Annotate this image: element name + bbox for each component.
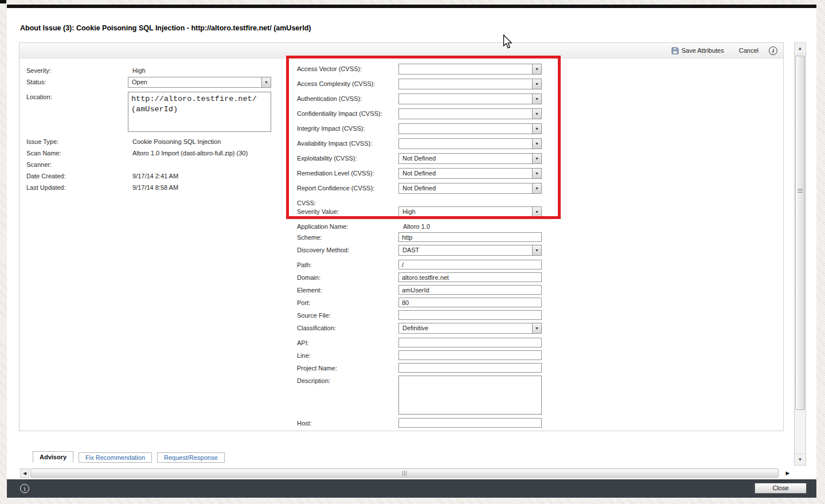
access-vector-cvss-label: Access Vector (CVSS): — [297, 64, 398, 72]
chevron-down-icon[interactable]: ▼ — [532, 108, 542, 119]
tab-request-response[interactable]: Request/Response — [157, 452, 225, 463]
project-name-label: Project Name: — [297, 363, 398, 372]
report-confidence-cvss-selected-value: Not Defined — [399, 183, 532, 193]
confidentiality-impact-cvss-label: Confidentiality Impact (CVSS): — [297, 108, 398, 117]
availability-impact-cvss-label: Availability Impact (CVSS): — [297, 138, 398, 147]
status-select[interactable]: Open▼ — [128, 77, 271, 88]
issue-summary-fields: Severity:HighStatus:Open▼Location:http:/… — [26, 65, 287, 194]
close-button[interactable]: Close — [754, 483, 807, 494]
confidentiality-impact-cvss-selected-value — [399, 109, 532, 119]
port-input[interactable] — [398, 298, 542, 307]
location-textarea[interactable]: http://altoro.testfire.net/ (amUserId) — [128, 92, 271, 132]
api-input[interactable] — [398, 338, 542, 347]
chevron-down-icon[interactable]: ▼ — [532, 168, 542, 179]
chevron-down-icon[interactable]: ▼ — [532, 138, 542, 149]
severity-value-label: Severity Value: — [297, 206, 398, 215]
about-issue-dialog: About Issue (3): Cookie Poisoning SQL In… — [7, 5, 816, 494]
classification-label: Classification: — [297, 323, 398, 331]
chevron-down-icon[interactable]: ▼ — [532, 153, 542, 164]
chevron-left-icon[interactable]: ◀ — [20, 468, 29, 478]
access-vector-cvss-select[interactable]: ▼ — [398, 64, 542, 75]
severity-value: High — [128, 65, 146, 74]
floppy-disk-icon — [671, 47, 679, 54]
chevron-down-icon[interactable]: ▼ — [532, 323, 542, 334]
exploitability-cvss-label: Exploitability (CVSS): — [297, 153, 398, 162]
discovery-method-select[interactable]: DAST▼ — [398, 245, 542, 256]
screenshot-root: About Issue (3): Cookie Poisoning SQL In… — [0, 0, 825, 504]
authentication-cvss-select[interactable]: ▼ — [398, 93, 542, 104]
chevron-down-icon[interactable]: ▼ — [532, 64, 542, 75]
chevron-down-icon[interactable]: ▼ — [795, 454, 806, 465]
chevron-down-icon[interactable]: ▼ — [261, 77, 271, 88]
chevron-down-icon[interactable]: ▼ — [532, 123, 542, 134]
last-updated-value: 9/17/14 8:58 AM — [128, 182, 178, 191]
chevron-down-icon[interactable]: ▼ — [532, 206, 542, 217]
classification-select[interactable]: Definitive▼ — [398, 323, 542, 334]
report-confidence-cvss-select[interactable]: Not Defined▼ — [398, 183, 542, 194]
remediation-level-cvss-label: Remediation Level (CVSS): — [297, 168, 398, 177]
issue-type-label: Issue Type: — [26, 136, 128, 145]
application-name-value: Altoro 1.0 — [398, 221, 430, 230]
vertical-scrollbar-thumb[interactable] — [795, 56, 805, 410]
status-label: Status: — [26, 77, 128, 85]
date-created-label: Date Created: — [26, 171, 128, 179]
integrity-impact-cvss-label: Integrity Impact (CVSS): — [297, 123, 398, 132]
cancel-label: Cancel — [739, 47, 758, 54]
chevron-down-icon[interactable]: ▼ — [532, 93, 542, 104]
dialog-title: About Issue (3): Cookie Poisoning SQL In… — [20, 24, 311, 32]
path-label: Path: — [297, 260, 398, 268]
exploitability-cvss-select[interactable]: Not Defined▼ — [398, 153, 542, 164]
report-confidence-cvss-label: Report Confidence (CVSS): — [297, 183, 398, 192]
classification-selected-value: Definitive — [399, 323, 532, 333]
window-edge-fragment — [0, 0, 6, 3]
confidentiality-impact-cvss-select[interactable]: ▼ — [398, 108, 542, 119]
scan-name-label: Scan Name: — [26, 148, 128, 157]
availability-impact-cvss-selected-value — [399, 139, 532, 149]
description-textarea[interactable] — [398, 376, 542, 415]
description-label: Description: — [297, 376, 398, 384]
domain-input[interactable] — [398, 272, 542, 282]
severity-value-select[interactable]: High▼ — [398, 206, 542, 217]
chevron-down-icon[interactable]: ▼ — [532, 183, 542, 194]
info-icon[interactable]: i — [20, 484, 29, 493]
integrity-impact-cvss-select[interactable]: ▼ — [398, 123, 542, 134]
line-input[interactable] — [398, 350, 542, 360]
horizontal-scrollbar-thumb[interactable] — [30, 468, 779, 478]
chevron-down-icon[interactable]: ▼ — [532, 79, 542, 89]
date-created-value: 9/17/14 2:41 AM — [128, 171, 178, 179]
access-vector-cvss-selected-value — [399, 64, 532, 74]
save-attributes-button[interactable]: Save Attributes — [671, 47, 724, 54]
exploitability-cvss-selected-value: Not Defined — [399, 154, 532, 163]
status-selected-value: Open — [128, 77, 261, 87]
chevron-right-icon[interactable]: ▶ — [783, 468, 793, 478]
scanner-label: Scanner: — [26, 159, 128, 168]
chevron-down-icon[interactable]: ▼ — [532, 245, 542, 256]
chevron-up-icon[interactable]: ▲ — [795, 43, 806, 54]
tab-advisory[interactable]: Advisory — [33, 451, 73, 463]
integrity-impact-cvss-selected-value — [399, 124, 532, 134]
domain-label: Domain: — [297, 272, 398, 281]
severity-value-selected-value: High — [399, 207, 532, 217]
availability-impact-cvss-select[interactable]: ▼ — [398, 138, 542, 149]
source-file-input[interactable] — [398, 310, 542, 320]
discovery-method-selected-value: DAST — [399, 245, 532, 255]
tab-fix-recommendation[interactable]: Fix Recommendation — [79, 452, 152, 463]
horizontal-scrollbar[interactable]: ◀ ▶ — [20, 468, 793, 478]
vertical-scrollbar[interactable]: ▲ ▼ — [794, 42, 806, 466]
authentication-cvss-selected-value — [399, 94, 532, 104]
scheme-input[interactable] — [398, 232, 542, 242]
remediation-level-cvss-select[interactable]: Not Defined▼ — [398, 168, 542, 179]
path-input[interactable] — [398, 260, 542, 269]
element-input[interactable] — [398, 285, 542, 295]
grip-dots-icon — [402, 471, 406, 476]
project-name-input[interactable] — [398, 363, 542, 373]
scheme-label: Scheme: — [297, 232, 398, 241]
element-label: Element: — [297, 285, 398, 294]
cancel-button[interactable]: Cancel — [739, 47, 758, 54]
host-input[interactable] — [398, 418, 542, 428]
access-complexity-cvss-select[interactable]: ▼ — [398, 79, 542, 89]
access-complexity-cvss-label: Access Complexity (CVSS): — [297, 79, 398, 87]
info-icon[interactable]: i — [769, 46, 777, 55]
host-label: Host: — [297, 418, 398, 427]
panel-toolbar: Save Attributes Cancel i — [19, 43, 783, 58]
